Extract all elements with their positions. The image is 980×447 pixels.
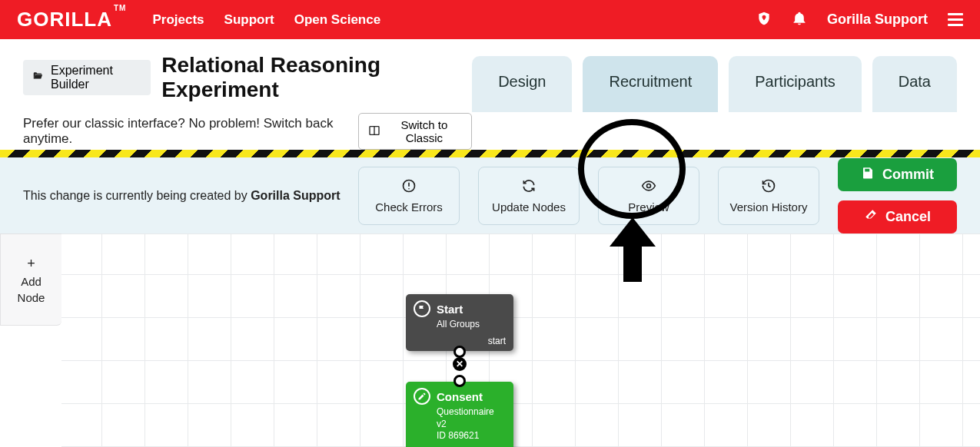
brand-tm: TM bbox=[114, 4, 126, 12]
version-history-button[interactable]: Version History bbox=[718, 167, 819, 225]
node-start-subtitle: All Groups bbox=[437, 319, 506, 331]
layout-icon bbox=[368, 124, 380, 139]
preview-button[interactable]: Preview bbox=[598, 167, 699, 225]
header-left: Experiment Builder Relational Reasoning … bbox=[23, 53, 472, 150]
brand-name: GORILLA bbox=[17, 8, 112, 31]
edit-icon bbox=[414, 388, 430, 405]
tab-participants[interactable]: Participants bbox=[729, 56, 862, 112]
version-history-label: Version History bbox=[730, 200, 808, 214]
node-consent-title: Consent bbox=[437, 390, 483, 403]
switch-button-label: Switch to Classic bbox=[387, 118, 463, 144]
node-consent-line2: ID 869621 bbox=[437, 430, 506, 442]
update-nodes-button[interactable]: Update Nodes bbox=[478, 167, 580, 225]
commit-button[interactable]: Commit bbox=[838, 158, 957, 191]
add-label: Add bbox=[21, 275, 42, 288]
breadcrumb-label: Experiment Builder bbox=[51, 64, 143, 91]
tabs: Design Recruitment Participants Data bbox=[472, 56, 957, 112]
nav-projects[interactable]: Projects bbox=[152, 12, 204, 28]
edit-bar: This change is currently being created b… bbox=[0, 157, 980, 233]
cancel-button[interactable]: Cancel bbox=[838, 200, 957, 233]
eye-icon bbox=[641, 178, 656, 196]
node-start-footer: start bbox=[414, 336, 506, 346]
node-label: Node bbox=[18, 291, 45, 304]
node-start-title: Start bbox=[437, 303, 463, 316]
header-block: Experiment Builder Relational Reasoning … bbox=[0, 39, 980, 150]
node-consent-line1: Questionnaire v2 bbox=[437, 406, 506, 430]
canvas-grid[interactable]: Start All Groups start ✕ Consent Questio… bbox=[61, 233, 980, 447]
node-consent-meta: Questionnaire v2 ID 869621 bbox=[437, 406, 506, 442]
bell-icon[interactable] bbox=[792, 11, 807, 29]
nav-links: Projects Support Open Science bbox=[152, 12, 380, 28]
node-start-head: Start bbox=[414, 300, 506, 317]
alert-icon bbox=[401, 178, 417, 196]
shield-icon[interactable] bbox=[756, 11, 772, 29]
flag-icon bbox=[414, 300, 430, 317]
menu-icon[interactable] bbox=[948, 13, 963, 26]
edit-notice-prefix: This change is currently being created b… bbox=[23, 189, 251, 202]
switch-to-classic-button[interactable]: Switch to Classic bbox=[358, 113, 473, 150]
save-icon bbox=[861, 166, 875, 184]
edit-notice-author: Gorilla Support bbox=[251, 189, 340, 202]
canvas-area: + Add Node Start All Groups start ✕ bbox=[0, 233, 980, 447]
user-display-name[interactable]: Gorilla Support bbox=[827, 12, 928, 28]
hazard-stripe bbox=[0, 150, 980, 157]
tab-design[interactable]: Design bbox=[472, 56, 572, 112]
nav-support[interactable]: Support bbox=[224, 12, 274, 28]
check-errors-button[interactable]: Check Errors bbox=[358, 167, 460, 225]
tab-recruitment[interactable]: Recruitment bbox=[583, 56, 718, 112]
port-in-icon[interactable] bbox=[453, 375, 466, 387]
svg-point-4 bbox=[408, 187, 410, 189]
edit-actions: Check Errors Update Nodes Preview Versio… bbox=[358, 158, 957, 233]
switch-hint-text: Prefer our classic interface? No problem… bbox=[23, 116, 347, 147]
top-nav-right: Gorilla Support bbox=[756, 11, 963, 29]
switch-row: Prefer our classic interface? No problem… bbox=[23, 113, 472, 150]
plus-icon: + bbox=[27, 256, 35, 272]
commit-label: Commit bbox=[882, 167, 934, 183]
add-node-button[interactable]: + Add Node bbox=[0, 233, 61, 326]
preview-label: Preview bbox=[628, 200, 669, 214]
eraser-icon bbox=[864, 208, 878, 226]
breadcrumb[interactable]: Experiment Builder bbox=[23, 60, 151, 95]
top-nav-left: GORILLATM Projects Support Open Science bbox=[17, 8, 380, 31]
node-consent[interactable]: Consent Questionnaire v2 ID 869621 quest… bbox=[406, 382, 513, 447]
check-errors-label: Check Errors bbox=[375, 200, 443, 214]
folder-open-icon bbox=[31, 71, 45, 84]
history-icon bbox=[761, 178, 776, 196]
edit-notice: This change is currently being created b… bbox=[23, 189, 341, 203]
edit-commit-buttons: Commit Cancel bbox=[838, 158, 957, 233]
tab-data[interactable]: Data bbox=[872, 56, 957, 112]
port-out-icon[interactable] bbox=[453, 346, 466, 358]
breadcrumb-row: Experiment Builder Relational Reasoning … bbox=[23, 53, 472, 102]
svg-point-5 bbox=[647, 184, 651, 187]
page-title: Relational Reasoning Experiment bbox=[161, 53, 472, 102]
nav-open-science[interactable]: Open Science bbox=[294, 12, 380, 28]
node-consent-head: Consent bbox=[414, 388, 506, 405]
refresh-icon bbox=[521, 178, 537, 196]
cancel-label: Cancel bbox=[885, 209, 931, 225]
node-start[interactable]: Start All Groups start ✕ bbox=[406, 294, 513, 351]
brand-logo[interactable]: GORILLATM bbox=[17, 8, 125, 31]
update-nodes-label: Update Nodes bbox=[492, 200, 566, 214]
port-close-icon[interactable]: ✕ bbox=[453, 357, 467, 371]
top-nav: GORILLATM Projects Support Open Science … bbox=[0, 0, 980, 39]
